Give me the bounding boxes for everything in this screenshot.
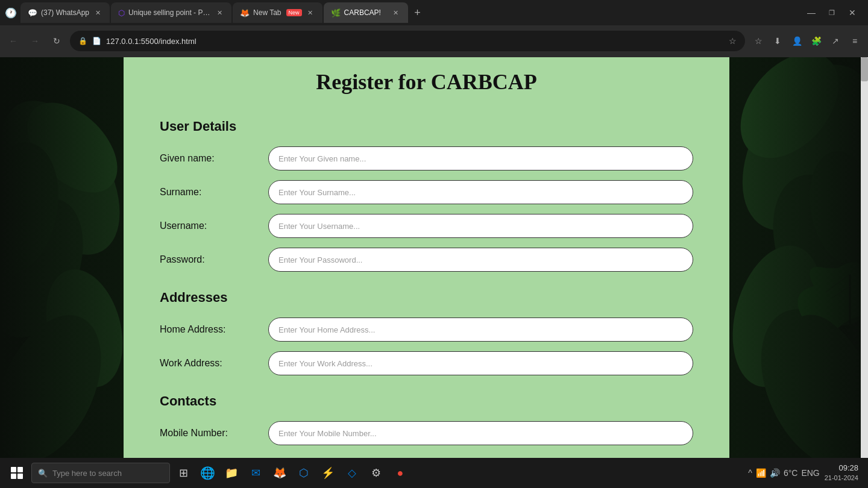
tab-carbcap-close[interactable]: ✕: [391, 8, 401, 17]
clock-time: 09:28: [825, 463, 858, 474]
home-address-row: Home Address:: [160, 318, 693, 342]
username-label: Username:: [160, 221, 256, 231]
profile-icon[interactable]: 👤: [788, 33, 805, 49]
taskbar-mail[interactable]: ✉: [245, 462, 266, 484]
bookmark-toolbar-icon[interactable]: ☆: [750, 33, 767, 49]
taskbar-app-blue[interactable]: ⬡: [293, 462, 315, 484]
addresses-heading: Addresses: [160, 290, 693, 305]
scrollbar-thumb[interactable]: [861, 57, 868, 81]
given-name-label: Given name:: [160, 153, 256, 164]
left-overlay: [0, 57, 124, 458]
tab-carbcap-label: CARBCAP!: [344, 8, 381, 17]
page-title: Register for CARBCAP: [160, 69, 693, 95]
close-window-button[interactable]: ✕: [844, 4, 861, 21]
windows-icon-tl: [11, 467, 16, 472]
home-address-label: Home Address:: [160, 324, 256, 335]
tray-chevron[interactable]: ^: [748, 468, 752, 478]
work-address-label: Work Address:: [160, 358, 256, 369]
system-clock[interactable]: 09:28 21-01-2024: [825, 463, 858, 482]
work-address-input[interactable]: [268, 351, 693, 375]
sys-tray: ^ 📶 🔊 6°C ENG: [748, 468, 819, 478]
page-scrollbar[interactable]: [861, 57, 868, 458]
main-content: Register for CARBCAP User Details Given …: [124, 57, 729, 458]
menu-icon[interactable]: ≡: [846, 33, 863, 49]
surname-row: Surname:: [160, 180, 693, 204]
tab-carbcap-icon: 🌿: [331, 8, 341, 17]
forward-button[interactable]: →: [27, 33, 43, 49]
right-overlay: [729, 57, 868, 458]
search-input[interactable]: [52, 469, 149, 478]
minimize-button[interactable]: —: [803, 4, 820, 21]
windows-icon-tr: [17, 467, 23, 472]
tab-carbcap[interactable]: 🌿 CARBCAP! ✕: [324, 2, 408, 23]
extension-icon[interactable]: 🧩: [808, 33, 825, 49]
contacts-section: Contacts Mobile Number:: [160, 393, 693, 445]
tab-whatsapp[interactable]: 💬 (37) WhatsApp ✕: [20, 2, 110, 23]
given-name-input[interactable]: [268, 146, 693, 170]
password-label: Password:: [160, 254, 256, 265]
tab-newtab-icon: 🦊: [240, 8, 250, 17]
restore-button[interactable]: ❐: [823, 4, 840, 21]
tray-language[interactable]: ENG: [801, 468, 819, 478]
tray-volume[interactable]: 🔊: [770, 468, 780, 478]
tab-newtab-close[interactable]: ✕: [306, 8, 315, 17]
browser-chrome: 🕐 💬 (37) WhatsApp ✕ ⬡ Unique selling poi…: [0, 0, 868, 57]
window-controls: — ❐ ✕: [803, 4, 866, 21]
back-button[interactable]: ←: [5, 33, 22, 49]
tab-new-badge: New: [286, 9, 302, 16]
address-text: 127.0.0.1:5500/index.html: [106, 37, 724, 46]
given-name-row: Given name:: [160, 146, 693, 170]
security-icon: 🔒: [78, 37, 87, 45]
toolbar-icons: ☆ ⬇ 👤 🧩 ↗ ≡: [750, 33, 863, 49]
right-decoration: [729, 57, 868, 458]
home-address-input[interactable]: [268, 318, 693, 342]
tab-presentation[interactable]: ⬡ Unique selling point - Presenta ✕: [111, 2, 231, 23]
taskbar-app-git[interactable]: ⚡: [317, 462, 339, 484]
tray-weather[interactable]: 6°C: [784, 468, 798, 478]
address-bar[interactable]: 🔒 📄 127.0.0.1:5500/index.html ☆: [70, 31, 745, 51]
taskbar-settings[interactable]: ⚙: [365, 462, 387, 484]
addresses-section: Addresses Home Address: Work Address:: [160, 290, 693, 375]
taskbar: 🔍 ⊞ 🌐 📁 ✉ 🦊 ⬡ ⚡ ◇ ⚙ ● ^ 📶 🔊 6°C ENG 09:2…: [0, 458, 868, 488]
taskbar-task-view[interactable]: ⊞: [172, 462, 194, 484]
surname-input[interactable]: [268, 180, 693, 204]
search-icon: 🔍: [38, 469, 48, 478]
tab-presentation-icon: ⬡: [118, 8, 125, 17]
windows-icon-bl: [11, 474, 16, 479]
taskbar-edge[interactable]: 🌐: [197, 462, 218, 484]
start-button[interactable]: [5, 461, 29, 485]
surname-label: Surname:: [160, 187, 256, 198]
new-tab-button[interactable]: +: [409, 4, 426, 21]
mobile-number-label: Mobile Number:: [160, 428, 256, 439]
tab-presentation-close[interactable]: ✕: [215, 8, 224, 17]
taskbar-app-vscode[interactable]: ◇: [341, 462, 363, 484]
taskbar-file-explorer[interactable]: 📁: [221, 462, 242, 484]
download-icon[interactable]: ⬇: [769, 33, 786, 49]
tab-bar: 🕐 💬 (37) WhatsApp ✕ ⬡ Unique selling poi…: [0, 0, 868, 25]
contacts-heading: Contacts: [160, 393, 693, 409]
password-row: Password:: [160, 248, 693, 272]
clock-date: 21-01-2024: [825, 474, 858, 482]
user-details-section: User Details Given name: Surname: Userna…: [160, 119, 693, 272]
tab-history-icon[interactable]: 🕐: [2, 4, 19, 21]
reload-button[interactable]: ↻: [48, 33, 65, 49]
tray-network[interactable]: 📶: [756, 468, 766, 478]
windows-icon: [11, 467, 23, 479]
password-input[interactable]: [268, 248, 693, 272]
share-icon[interactable]: ↗: [827, 33, 844, 49]
left-decoration: [0, 57, 124, 458]
user-details-heading: User Details: [160, 119, 693, 134]
page-area: Register for CARBCAP User Details Given …: [0, 57, 868, 458]
bookmark-icon[interactable]: ☆: [729, 36, 737, 46]
tab-newtab[interactable]: 🦊 New Tab New ✕: [233, 2, 322, 23]
username-input[interactable]: [268, 214, 693, 238]
taskbar-right: ^ 📶 🔊 6°C ENG 09:28 21-01-2024: [748, 463, 863, 482]
tab-whatsapp-icon: 💬: [28, 8, 37, 17]
taskbar-firefox[interactable]: 🦊: [269, 462, 291, 484]
tab-whatsapp-close[interactable]: ✕: [93, 8, 102, 17]
mobile-number-input[interactable]: [268, 421, 693, 445]
tab-presentation-label: Unique selling point - Presenta: [128, 8, 211, 17]
taskbar-chrome[interactable]: ●: [389, 462, 411, 484]
taskbar-search[interactable]: 🔍: [31, 463, 170, 483]
mobile-number-row: Mobile Number:: [160, 421, 693, 445]
